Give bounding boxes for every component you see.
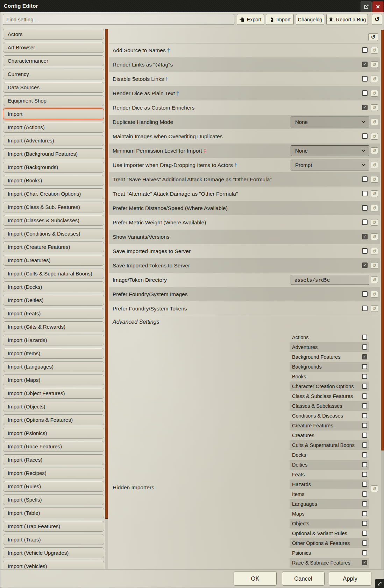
hidden-importer-checkbox-decks[interactable] [362,452,367,457]
row-reset-button[interactable]: ↺ [371,190,378,197]
hidden-importer-checkbox-adventures[interactable] [362,344,367,350]
row-reset-button[interactable]: ↺ [371,47,378,54]
row-reset-button[interactable]: ↺ [371,276,378,283]
sidebar-item-art-browser[interactable]: Art Browser [3,42,104,53]
sidebar-item-import-options-features[interactable]: Import (Options & Features) [3,414,104,425]
setting-checkbox-prefer-foundry-system-tokens[interactable] [362,306,368,311]
row-reset-button[interactable]: ↺ [371,291,378,298]
setting-checkbox-treat-save-halves-additional-attack-damage-as-other-formula[interactable] [362,176,368,182]
setting-checkbox-prefer-foundry-system-images[interactable] [362,291,368,297]
sidebar-item-import-spells[interactable]: Import (Spells) [3,494,104,505]
sidebar-item-actors[interactable]: Actors [3,29,104,40]
hidden-importer-checkbox-languages[interactable] [362,501,367,506]
setting-checkbox-treat-alternate-attack-damage-as-other-formula[interactable] [362,191,368,196]
sidebar-item-import-trap-features[interactable]: Import (Trap Features) [3,521,104,532]
row-reset-button[interactable]: ↺ [371,233,378,240]
sidebar-item-data-sources[interactable]: Data Sources [3,82,104,93]
hidden-importer-checkbox-background-features[interactable]: ✓ [362,354,367,359]
sidebar-item-import-decks[interactable]: Import (Decks) [3,281,104,292]
setting-checkbox-save-imported-tokens-to-server[interactable]: ✓ [362,262,368,268]
hidden-importer-checkbox-actions[interactable] [362,335,367,340]
sidebar-item-import-objects[interactable]: Import (Objects) [3,401,104,412]
hidden-importer-checkbox-objects[interactable] [362,521,367,526]
hidden-importer-checkbox-cults-supernatural-boons[interactable] [362,442,367,448]
sidebar-item-import-deities[interactable]: Import (Deities) [3,295,104,306]
sidebar-item-import-gifts-rewards[interactable]: Import (Gifts & Rewards) [3,321,104,332]
reset-all-button[interactable]: ↺ [372,14,382,25]
setting-select-duplicate-handling-mode[interactable]: None [291,117,369,127]
sidebar-item-import-books[interactable]: Import (Books) [3,175,104,186]
sidebar-item-import-background-features[interactable]: Import (Background Features) [3,148,104,159]
setting-checkbox-show-variants-versions[interactable]: ✓ [362,234,368,239]
row-reset-button[interactable]: ↺ [371,248,378,254]
sidebar-item-import-recipes[interactable]: Import (Recipes) [3,468,104,478]
sidebar-item-import-race-features[interactable]: Import (Race Features) [3,441,104,452]
setting-checkbox-render-links-as-tag-s[interactable]: ✓ [362,62,368,67]
close-button[interactable]: × [372,1,384,12]
hidden-importer-checkbox-character-creation-options[interactable] [362,384,367,389]
row-reset-button[interactable]: ↺ [371,147,378,154]
hidden-importer-checkbox-creatures[interactable] [362,433,367,438]
row-reset-button[interactable]: ↺ [371,133,378,140]
sidebar-item-import-conditions-diseases[interactable]: Import (Conditions & Diseases) [3,228,104,239]
setting-select-use-importer-when-drag-dropping-items-to-actors[interactable]: Prompt [291,160,369,170]
setting-checkbox-save-imported-images-to-server[interactable] [362,248,368,254]
hidden-importer-checkbox-conditions-diseases[interactable] [362,413,367,418]
panel-scrollbar-thumb[interactable] [381,30,384,450]
sidebar-item-import-traps[interactable]: Import (Traps) [3,534,104,545]
sidebar-item-import-vehicles[interactable]: Import (Vehicles) [3,561,104,569]
export-button[interactable]: Export [237,14,264,25]
setting-checkbox-render-dice-as-custom-enrichers[interactable]: ✓ [362,105,368,110]
setting-checkbox-add-source-to-names[interactable] [362,47,368,53]
resize-handle[interactable] [375,579,384,588]
sidebar-item-import-table[interactable]: Import (Table) [3,507,104,518]
row-reset-button[interactable]: ↺ [371,76,378,82]
hidden-importer-checkbox-books[interactable] [362,374,367,379]
hidden-importer-checkbox-hazards[interactable] [362,482,367,487]
hidden-importer-checkbox-deities[interactable] [362,462,367,467]
setting-checkbox-disable-5etools-links[interactable] [362,76,368,82]
hidden-importer-checkbox-maps[interactable] [362,511,367,516]
sidebar-item-import-psionics[interactable]: Import (Psionics) [3,428,104,439]
row-reset-button[interactable]: ↺ [371,119,378,125]
sidebar-item-import-creature-features[interactable]: Import (Creature Features) [3,241,104,252]
row-reset-button[interactable]: ↺ [371,162,378,168]
row-reset-button[interactable]: ↺ [371,104,378,111]
hidden-importer-checkbox-class-subclass-features[interactable] [362,393,367,399]
sidebar-item-import-races[interactable]: Import (Races) [3,454,104,465]
setting-select-minimum-permission-level-for-import[interactable]: None [291,145,369,156]
sidebar-item-import-rules[interactable]: Import (Rules) [3,481,104,492]
sidebar-item-import-cults-supernatural-boons[interactable]: Import (Cults & Supernatural Boons) [3,268,104,279]
sidebar-scrollbar-thumb[interactable] [105,29,108,519]
row-reset-button[interactable]: ↺ [371,61,378,68]
sidebar-item-import-object-features[interactable]: Import (Object Features) [3,388,104,399]
row-reset-button[interactable]: ↺ [371,262,378,269]
apply-button[interactable]: Apply [329,572,371,586]
sidebar-item-import[interactable]: Import [3,108,104,119]
hidden-importer-checkbox-psionics[interactable] [362,550,367,555]
sidebar-item-equipment-shop[interactable]: Equipment Shop [3,95,104,106]
sidebar-item-currency[interactable]: Currency [3,69,104,79]
hidden-importer-checkbox-feats[interactable] [362,472,367,477]
setting-checkbox-maintain-images-when-overwriting-duplicates[interactable] [362,133,368,139]
hidden-importer-checkbox-classes-subclasses[interactable] [362,403,367,408]
row-reset-button[interactable]: ↺ [371,305,378,312]
sidebar-item-import-creatures[interactable]: Import (Creatures) [3,255,104,266]
sidebar-item-charactermancer[interactable]: Charactermancer [3,55,104,66]
hidden-importer-checkbox-optional-variant-rules[interactable] [362,531,367,536]
row-reset-button[interactable]: ↺ [371,219,378,226]
panel-reset-button[interactable]: ↺ [368,33,378,41]
row-reset-button[interactable]: ↺ [371,90,378,97]
sidebar-item-import-classes-subclasses[interactable]: Import (Classes & Subclasses) [3,215,104,226]
hidden-importer-checkbox-other-options-features[interactable] [362,540,367,546]
sidebar-item-import-class-sub-features[interactable]: Import (Class & Sub. Features) [3,202,104,212]
hidden-importer-checkbox-creature-features[interactable] [362,423,367,428]
popout-button[interactable] [361,1,372,12]
import-button[interactable]: Import [266,14,294,25]
sidebar-item-import-items[interactable]: Import (Items) [3,348,104,359]
hidden-importers-reset-button[interactable]: ↺ [371,485,378,492]
sidebar-item-import-backgrounds[interactable]: Import (Backgrounds) [3,162,104,173]
setting-text-input-image-token-directory[interactable]: assets/srd5e [291,275,369,285]
sidebar-item-import-vehicle-upgrades[interactable]: Import (Vehicle Upgrades) [3,547,104,558]
sidebar-item-import-hazards[interactable]: Import (Hazards) [3,335,104,345]
